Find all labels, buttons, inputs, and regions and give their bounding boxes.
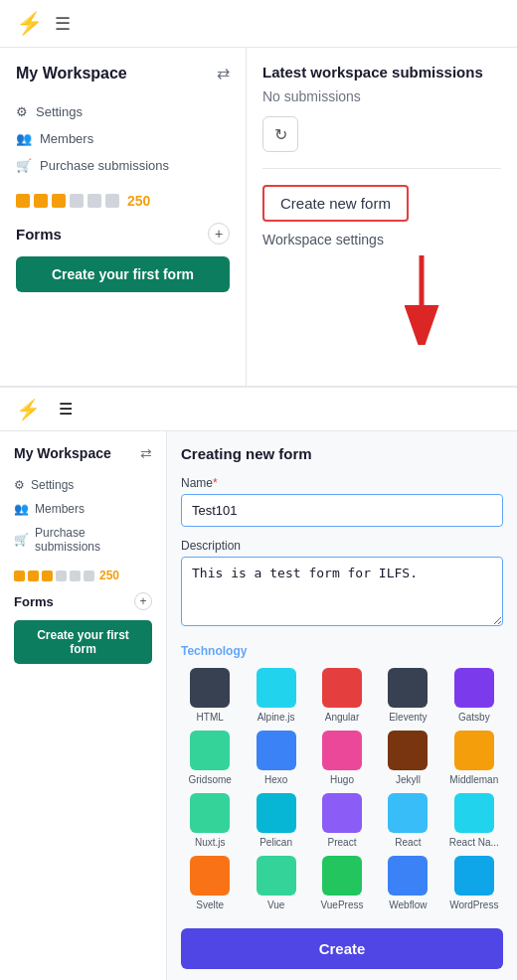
arrow-container <box>262 247 501 345</box>
tech-name-7: Hugo <box>330 774 354 785</box>
nav-members-label-top: Members <box>40 131 93 146</box>
tech-item-vuepress[interactable]: VuePress <box>313 856 371 910</box>
bottom-section: ⚡ ☰ My Workspace ⇄ ⚙ Settings 👥 Members … <box>0 386 517 980</box>
description-textarea[interactable]: This is a test form for ILFS. <box>181 557 503 626</box>
tech-name-3: Eleventy <box>389 712 427 723</box>
rating-value-top: 250 <box>127 193 150 209</box>
tech-name-11: Pelican <box>259 837 292 848</box>
left-panel-top: My Workspace ⇄ ⚙ Settings 👥 Members 🛒 Pu… <box>0 48 247 386</box>
tech-item-eleventy[interactable]: Eleventy <box>379 668 436 723</box>
add-form-btn-bottom[interactable]: + <box>134 592 152 610</box>
forms-header-top: Forms + <box>16 223 230 245</box>
purchase-icon-top: 🛒 <box>16 158 32 173</box>
technology-label: Technology <box>181 644 503 658</box>
tech-item-middleman[interactable]: Middleman <box>445 731 503 785</box>
create-first-form-btn-top[interactable]: Create your first form <box>16 256 230 292</box>
tech-item-webflow[interactable]: Webflow <box>379 856 436 910</box>
members-icon-bottom: 👥 <box>14 502 29 516</box>
tech-item-html[interactable]: HTML <box>181 668 239 723</box>
refresh-btn[interactable]: ↻ <box>262 116 298 152</box>
create-first-form-btn-bottom[interactable]: Create your first form <box>14 620 152 664</box>
technology-grid: HTMLAlpine.jsAngularEleventyGatsbyGridso… <box>181 668 503 910</box>
tech-item-react[interactable]: React <box>379 793 436 848</box>
add-form-btn-top[interactable]: + <box>208 223 230 245</box>
no-submissions-text: No submissions <box>262 88 501 104</box>
workspace-settings-link[interactable]: Workspace settings <box>262 232 501 247</box>
star-3 <box>52 194 66 208</box>
members-icon-top: 👥 <box>16 131 32 146</box>
tech-name-9: Middleman <box>449 774 498 785</box>
star-sm-3 <box>42 571 53 581</box>
right-panel-bottom: Creating new form Name* Description This… <box>167 431 517 980</box>
tech-name-1: Alpine.js <box>258 712 295 723</box>
tech-name-5: Gridsome <box>189 774 232 785</box>
creating-title: Creating new form <box>181 445 503 462</box>
nav-members-bottom[interactable]: 👥 Members <box>14 497 152 521</box>
right-panel-top: Latest workspace submissions No submissi… <box>247 48 517 386</box>
name-input[interactable] <box>181 494 503 527</box>
bottom-header: ⚡ ☰ <box>0 388 517 431</box>
bottom-hamburger[interactable]: ☰ <box>59 400 73 418</box>
nav-members-top[interactable]: 👥 Members <box>16 125 230 152</box>
rating-top: 250 <box>16 193 230 209</box>
tech-name-19: WordPress <box>449 899 498 910</box>
nav-purchase-label-top: Purchase submissions <box>40 158 169 173</box>
tech-name-13: React <box>395 837 421 848</box>
nav-settings-label-top: Settings <box>36 104 83 119</box>
nav-purchase-top[interactable]: 🛒 Purchase submissions <box>16 152 230 179</box>
down-arrow <box>392 255 451 345</box>
divider <box>262 168 501 169</box>
forms-label-top: Forms <box>16 226 62 243</box>
top-hamburger[interactable]: ☰ <box>55 13 71 35</box>
star-2 <box>34 194 48 208</box>
tech-item-preact[interactable]: Preact <box>313 793 371 848</box>
left-panel-bottom: My Workspace ⇄ ⚙ Settings 👥 Members 🛒 Pu… <box>0 431 167 980</box>
tech-item-wordpress[interactable]: WordPress <box>445 856 503 910</box>
rating-value-bottom: 250 <box>99 569 119 582</box>
tech-name-4: Gatsby <box>458 712 490 723</box>
nav-members-label-bottom: Members <box>35 502 85 516</box>
nav-settings-label-bottom: Settings <box>31 478 74 492</box>
tech-name-17: VuePress <box>321 899 364 910</box>
tech-item-svelte[interactable]: Svelte <box>181 856 239 910</box>
tech-name-14: React Na... <box>449 837 499 848</box>
nav-purchase-bottom[interactable]: 🛒 Purchase submissions <box>14 521 152 559</box>
workspace-switch-bottom[interactable]: ⇄ <box>140 445 152 461</box>
tech-item-pelican[interactable]: Pelican <box>247 793 304 848</box>
tech-name-12: Preact <box>328 837 357 848</box>
forms-header-bottom: Forms + <box>14 592 152 610</box>
tech-item-gatsby[interactable]: Gatsby <box>445 668 503 723</box>
star-sm-4 <box>56 571 67 581</box>
tech-item-angular[interactable]: Angular <box>313 668 371 723</box>
tech-name-10: Nuxt.js <box>195 837 226 848</box>
name-label: Name* <box>181 476 503 490</box>
settings-icon-top: ⚙ <box>16 104 28 119</box>
star-sm-1 <box>14 571 25 581</box>
tech-item-gridsome[interactable]: Gridsome <box>181 731 239 785</box>
create-submit-btn[interactable]: Create <box>181 928 503 969</box>
tech-item-reactna[interactable]: React Na... <box>445 793 503 848</box>
tech-item-vue[interactable]: Vue <box>247 856 304 910</box>
star-sm-5 <box>70 571 81 581</box>
submissions-title: Latest workspace submissions <box>262 64 501 81</box>
tech-name-16: Vue <box>267 899 284 910</box>
workspace-title-bottom: My Workspace <box>14 445 111 461</box>
nav-settings-top[interactable]: ⚙ Settings <box>16 98 230 125</box>
nav-settings-bottom[interactable]: ⚙ Settings <box>14 473 152 497</box>
tech-item-hugo[interactable]: Hugo <box>313 731 371 785</box>
tech-name-6: Hexo <box>264 774 287 785</box>
create-new-form-btn[interactable]: Create new form <box>262 185 409 222</box>
star-1 <box>16 194 30 208</box>
workspace-header-bottom: My Workspace ⇄ <box>14 445 152 461</box>
tech-name-15: Svelte <box>196 899 224 910</box>
top-logo: ⚡ <box>16 11 43 37</box>
tech-item-alpinejs[interactable]: Alpine.js <box>247 668 304 723</box>
tech-item-hexo[interactable]: Hexo <box>247 731 304 785</box>
name-required: * <box>213 476 218 490</box>
bottom-logo: ⚡ <box>16 398 41 421</box>
workspace-switch-top[interactable]: ⇄ <box>217 64 230 82</box>
tech-name-18: Webflow <box>389 899 427 910</box>
star-4 <box>70 194 84 208</box>
tech-item-jekyll[interactable]: Jekyll <box>379 731 436 785</box>
tech-item-nuxtjs[interactable]: Nuxt.js <box>181 793 239 848</box>
